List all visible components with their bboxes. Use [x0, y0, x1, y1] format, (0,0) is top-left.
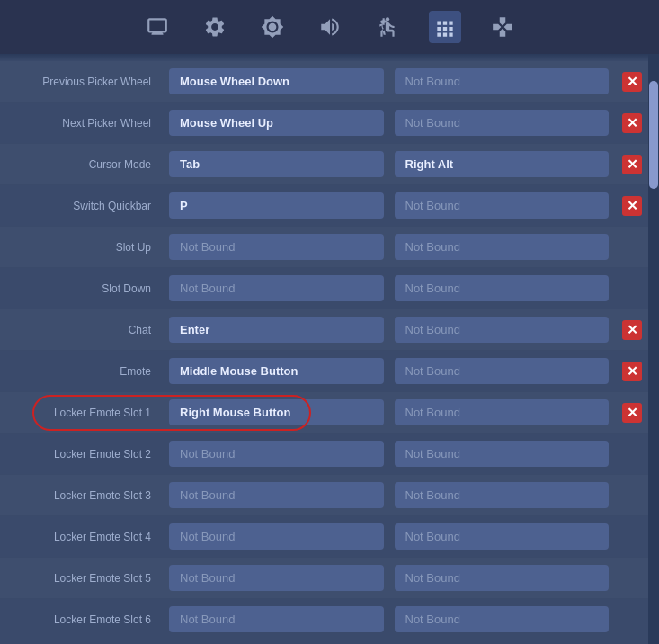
table-row: Previous Picker WheelMouse Wheel DownNot… [0, 61, 659, 103]
secondary-binding[interactable]: Not Bound [395, 441, 610, 467]
tab-brightness[interactable] [256, 11, 289, 43]
action-label: Locker Emote Slot 2 [4, 448, 164, 461]
action-label: Locker Emote Slot 5 [4, 572, 164, 585]
action-label: Next Picker Wheel [4, 117, 164, 130]
action-label: Locker Emote Slot 1 [4, 407, 164, 419]
action-label: Locker Emote Slot 3 [4, 489, 164, 502]
top-navigation [0, 0, 659, 54]
delete-binding-button[interactable]: ✕ [622, 320, 642, 340]
action-label: Chat [4, 324, 164, 336]
table-row: Cursor ModeTabRight Alt✕ [0, 144, 659, 185]
table-row: Locker Emote Slot 2Not BoundNot Bound [0, 434, 659, 475]
table-row: Switch QuickbarPNot Bound✕ [0, 185, 659, 227]
table-row: Locker Emote Slot 5Not BoundNot Bound [0, 558, 659, 599]
bindings-list: Previous Picker WheelMouse Wheel DownNot… [0, 61, 659, 640]
table-row: Locker Emote Slot 1Right Mouse ButtonNot… [0, 392, 659, 434]
table-row: Next Picker WheelMouse Wheel UpNot Bound… [0, 103, 659, 144]
primary-binding[interactable]: Not Bound [169, 606, 384, 632]
primary-binding[interactable]: Tab [169, 151, 384, 177]
secondary-binding[interactable]: Not Bound [395, 358, 610, 384]
primary-binding[interactable]: Middle Mouse Button [169, 358, 384, 384]
secondary-binding[interactable]: Not Bound [395, 606, 610, 632]
action-label: Previous Picker Wheel [4, 76, 164, 88]
primary-binding[interactable]: Not Bound [169, 523, 384, 550]
primary-binding[interactable]: Mouse Wheel Up [169, 110, 384, 136]
action-label: Slot Up [4, 241, 164, 254]
scrollbar-thumb[interactable] [649, 81, 658, 189]
app-container: Previous Picker WheelMouse Wheel DownNot… [0, 0, 659, 644]
primary-binding[interactable]: Right Mouse Button [169, 399, 384, 425]
delete-binding-button[interactable]: ✕ [622, 403, 642, 423]
tab-display[interactable] [141, 11, 174, 43]
secondary-binding[interactable]: Not Bound [395, 317, 610, 343]
primary-binding[interactable]: Not Bound [169, 275, 384, 301]
action-label: Switch Quickbar [4, 200, 164, 212]
keybindings-panel: Previous Picker WheelMouse Wheel DownNot… [0, 54, 659, 644]
primary-binding[interactable]: Not Bound [169, 234, 384, 260]
table-row: ChatEnterNot Bound✕ [0, 309, 659, 351]
table-row: Locker Emote Slot 6Not BoundNot Bound [0, 599, 659, 640]
action-label: Cursor Mode [4, 158, 164, 171]
delete-binding-button[interactable]: ✕ [622, 113, 642, 133]
primary-binding[interactable]: Not Bound [169, 482, 384, 508]
scroll-indicator-top [0, 54, 659, 61]
action-label: Locker Emote Slot 6 [4, 613, 164, 626]
secondary-binding[interactable]: Not Bound [395, 68, 610, 94]
primary-binding[interactable]: Not Bound [169, 565, 384, 591]
delete-binding-button[interactable]: ✕ [622, 155, 642, 174]
secondary-binding[interactable]: Not Bound [395, 482, 610, 508]
tab-settings[interactable] [199, 11, 231, 43]
tab-accessibility[interactable] [371, 11, 404, 43]
table-row: Slot UpNot BoundNot Bound [0, 227, 659, 268]
secondary-binding[interactable]: Right Alt [395, 151, 610, 177]
secondary-binding[interactable]: Not Bound [395, 234, 610, 260]
action-label: Slot Down [4, 282, 164, 295]
secondary-binding[interactable]: Not Bound [395, 399, 610, 425]
table-row: EmoteMiddle Mouse ButtonNot Bound✕ [0, 351, 659, 392]
table-row: Locker Emote Slot 3Not BoundNot Bound [0, 475, 659, 516]
secondary-binding[interactable]: Not Bound [395, 523, 610, 550]
secondary-binding[interactable]: Not Bound [395, 192, 610, 219]
secondary-binding[interactable]: Not Bound [395, 275, 610, 301]
delete-binding-button[interactable]: ✕ [622, 72, 642, 92]
delete-binding-button[interactable]: ✕ [622, 196, 642, 216]
table-row: Slot DownNot BoundNot Bound [0, 268, 659, 309]
table-row: Locker Emote Slot 4Not BoundNot Bound [0, 516, 659, 558]
delete-binding-button[interactable]: ✕ [622, 362, 642, 381]
primary-binding[interactable]: Enter [169, 317, 384, 343]
tab-audio[interactable] [314, 11, 346, 43]
scrollbar-track[interactable] [648, 54, 659, 644]
action-label: Locker Emote Slot 4 [4, 531, 164, 543]
content-area: Previous Picker WheelMouse Wheel DownNot… [0, 54, 659, 644]
secondary-binding[interactable]: Not Bound [395, 565, 610, 591]
primary-binding[interactable]: Not Bound [169, 441, 384, 467]
primary-binding[interactable]: P [169, 192, 384, 219]
tab-gamepad[interactable] [486, 11, 519, 43]
primary-binding[interactable]: Mouse Wheel Down [169, 68, 384, 94]
secondary-binding[interactable]: Not Bound [395, 110, 610, 136]
action-label: Emote [4, 365, 164, 378]
tab-keybindings[interactable] [429, 11, 461, 43]
svg-point-0 [385, 17, 388, 21]
